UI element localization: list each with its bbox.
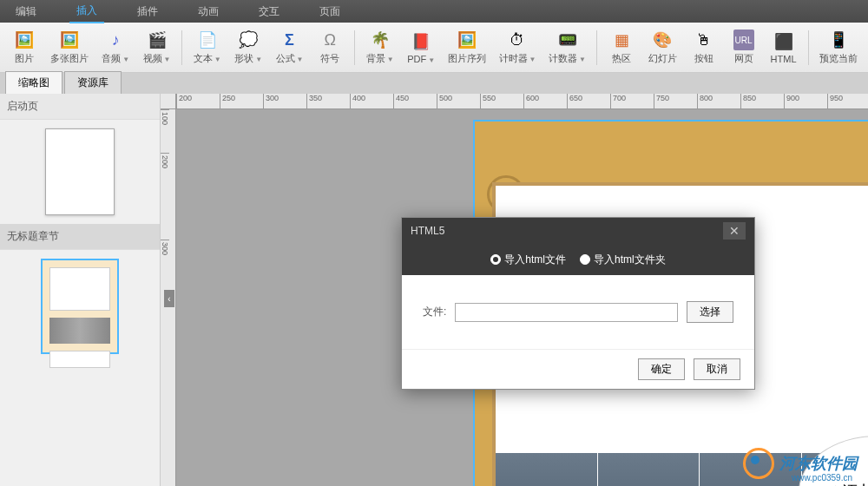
- tool-preview[interactable]: 📱预览当前: [814, 26, 863, 69]
- counter-icon: 📟: [557, 30, 578, 50]
- tool-shape[interactable]: 💭形状▼: [228, 26, 267, 69]
- tab-resources[interactable]: 资源库: [64, 71, 122, 94]
- video-icon: 🎬: [147, 30, 168, 50]
- button-icon: 🖱: [694, 30, 714, 50]
- url-icon: URL: [733, 30, 754, 50]
- menu-edit[interactable]: 编辑: [9, 1, 43, 23]
- tool-button[interactable]: 🖱按钮: [685, 26, 723, 69]
- shape-icon: 💭: [238, 30, 259, 50]
- tool-background[interactable]: 🌴背景▼: [360, 26, 399, 69]
- start-page-thumb[interactable]: [45, 128, 115, 215]
- tool-html[interactable]: ⬛HTML: [765, 28, 803, 68]
- text-icon: 📄: [197, 30, 218, 50]
- sidebar-section-untitled: 无标题章节: [0, 224, 160, 250]
- radio-import-file[interactable]: 导入html文件: [490, 253, 566, 267]
- file-path-input[interactable]: [455, 303, 678, 322]
- ruler-horizontal: 200250 300350 400450 500550 600650 70075…: [176, 94, 868, 109]
- tool-counter[interactable]: 📟计数器▼: [543, 26, 591, 69]
- page-thumb-1[interactable]: [41, 259, 119, 354]
- background-icon: 🌴: [370, 30, 391, 50]
- tool-formula[interactable]: Σ公式▼: [270, 26, 309, 69]
- radio-import-folder[interactable]: 导入html文件夹: [580, 253, 666, 267]
- tool-video[interactable]: 🎬视频▼: [137, 26, 176, 69]
- toolbar: 🖼️图片 🖼️多张图片 ♪音频▼ 🎬视频▼ 📄文本▼ 💭形状▼ Σ公式▼ Ω符号…: [0, 23, 868, 73]
- menu-plugin[interactable]: 插件: [130, 1, 165, 23]
- tool-multi-image[interactable]: 🖼️多张图片: [45, 26, 94, 69]
- image-seq-icon: 🖼️: [457, 30, 477, 50]
- radio-icon: [580, 254, 590, 265]
- hotspot-icon: ▦: [611, 30, 632, 50]
- tool-webpage[interactable]: URL网页: [725, 26, 763, 69]
- dialog-radio-row: 导入html文件 导入html文件夹: [402, 244, 754, 275]
- tool-timer[interactable]: ⏱计时器▼: [493, 26, 541, 69]
- tool-image-sequence[interactable]: 🖼️图片序列: [443, 26, 491, 69]
- watermark-url: www.pc0359.cn: [792, 473, 852, 483]
- menu-insert[interactable]: 插入: [69, 0, 104, 23]
- close-button[interactable]: ✕: [723, 222, 746, 240]
- tool-text[interactable]: 📄文本▼: [187, 26, 227, 69]
- watermark-logo-icon: [743, 448, 774, 479]
- tool-audio[interactable]: ♪音频▼: [95, 26, 135, 69]
- watermark-text: 河东软件园: [779, 453, 858, 474]
- sidebar: 启动页 无标题章节 1: [0, 94, 161, 486]
- html5-dialog: HTML5 ✕ 导入html文件 导入html文件夹 文件: 选择 确定 取消: [401, 217, 755, 390]
- ruler-corner: [161, 94, 176, 109]
- scroll-left-button[interactable]: ‹: [164, 290, 174, 307]
- tool-image[interactable]: 🖼️图片: [5, 26, 43, 69]
- dialog-title-text: HTML5: [411, 225, 444, 237]
- menu-bar: 编辑 插入 插件 动画 交互 页面: [0, 0, 868, 23]
- menu-interaction[interactable]: 交互: [252, 1, 286, 23]
- tool-pdf[interactable]: 📕PDF▼: [401, 28, 440, 68]
- dialog-titlebar[interactable]: HTML5 ✕: [402, 218, 754, 244]
- radio-icon: [490, 254, 501, 265]
- audio-icon: ♪: [105, 30, 126, 50]
- sidebar-tabs: 缩略图 资源库: [0, 73, 868, 94]
- cancel-button[interactable]: 取消: [694, 358, 740, 380]
- browse-button[interactable]: 选择: [687, 301, 733, 323]
- menu-page[interactable]: 页面: [312, 1, 347, 23]
- tab-thumbnails[interactable]: 缩略图: [5, 71, 62, 94]
- timer-icon: ⏱: [507, 30, 528, 50]
- image-icon: 🖼️: [14, 30, 35, 50]
- sidebar-section-start: 启动页: [0, 94, 160, 120]
- preview-icon: 📱: [828, 30, 849, 50]
- html-icon: ⬛: [773, 31, 794, 52]
- tool-symbol[interactable]: Ω符号: [311, 26, 349, 69]
- menu-animation[interactable]: 动画: [191, 1, 226, 23]
- tool-slideshow[interactable]: 🎨幻灯片: [642, 26, 682, 69]
- ok-button[interactable]: 确定: [638, 358, 685, 380]
- pdf-icon: 📕: [411, 31, 431, 52]
- formula-icon: Σ: [279, 30, 300, 50]
- file-label: 文件:: [423, 305, 446, 319]
- multi-image-icon: 🖼️: [59, 30, 80, 50]
- slideshow-icon: 🎨: [652, 30, 673, 50]
- symbol-icon: Ω: [319, 30, 340, 50]
- watermark: 河东软件园 www.pc0359.cn: [743, 448, 858, 479]
- tool-hotspot[interactable]: ▦热区: [602, 26, 641, 69]
